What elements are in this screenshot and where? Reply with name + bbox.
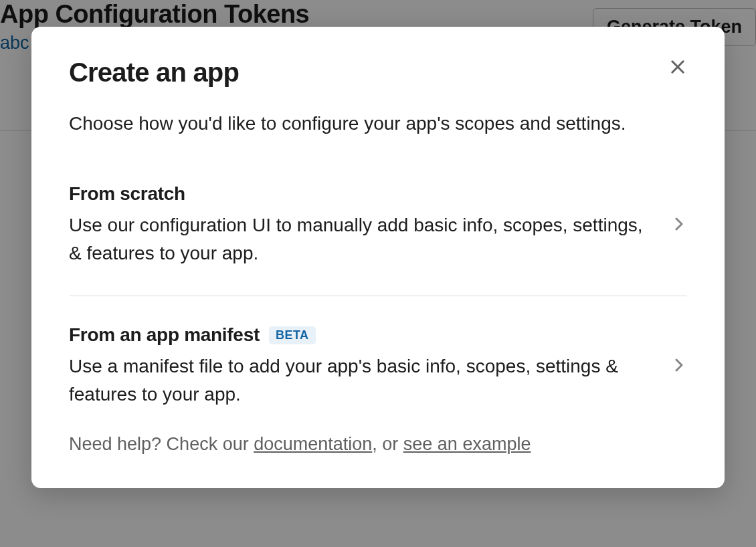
option-from-manifest[interactable]: From an app manifest BETA Use a manifest… xyxy=(69,324,687,409)
see-example-link[interactable]: see an example xyxy=(403,434,531,454)
option-description: Use a manifest file to add your app's ba… xyxy=(69,352,644,409)
chevron-right-icon xyxy=(671,357,687,376)
modal-subtitle: Choose how you'd like to configure your … xyxy=(69,110,687,136)
option-title-row: From an app manifest BETA xyxy=(69,324,644,346)
option-divider xyxy=(69,296,687,296)
option-content: From an app manifest BETA Use a manifest… xyxy=(69,324,671,409)
create-app-modal: Create an app Choose how you'd like to c… xyxy=(31,27,725,488)
close-button[interactable] xyxy=(668,58,687,76)
help-prefix: Need help? Check our xyxy=(69,434,254,454)
modal-overlay: Create an app Choose how you'd like to c… xyxy=(0,0,756,547)
help-middle: , or xyxy=(372,434,403,454)
beta-badge: BETA xyxy=(269,326,316,344)
option-title: From scratch xyxy=(69,183,185,205)
close-icon xyxy=(668,58,687,76)
option-from-scratch[interactable]: From scratch Use our configuration UI to… xyxy=(69,183,687,267)
option-title-row: From scratch xyxy=(69,183,644,205)
documentation-link[interactable]: documentation xyxy=(254,434,372,454)
option-title: From an app manifest xyxy=(69,324,260,346)
chevron-right-icon xyxy=(671,216,687,235)
help-text: Need help? Check our documentation, or s… xyxy=(69,434,687,455)
option-description: Use our configuration UI to manually add… xyxy=(69,211,644,267)
option-content: From scratch Use our configuration UI to… xyxy=(69,183,671,267)
modal-title: Create an app xyxy=(69,58,687,88)
